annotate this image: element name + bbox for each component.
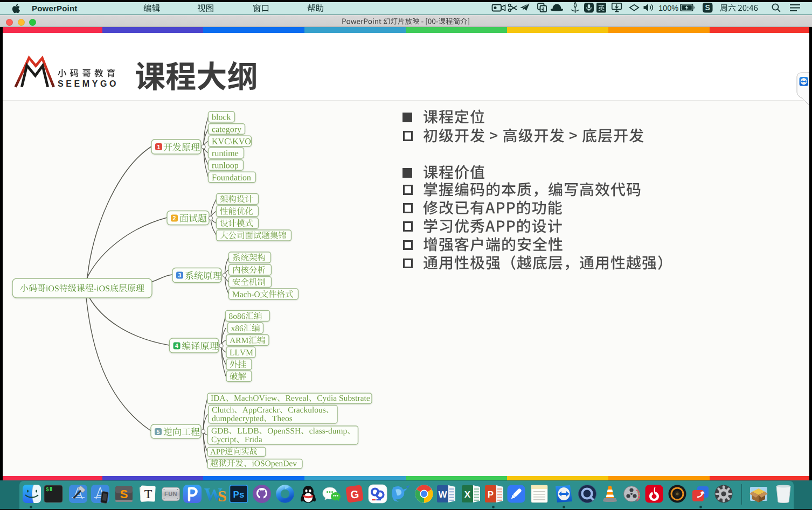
svg-text:5: 5 <box>157 429 160 435</box>
svg-text:1: 1 <box>157 144 161 150</box>
svg-text:W: W <box>438 490 447 500</box>
svg-text:P: P <box>488 490 494 500</box>
svg-text:3: 3 <box>178 272 182 278</box>
svg-text:X: X <box>464 490 471 500</box>
svg-text:Ps: Ps <box>233 490 245 500</box>
svg-text:4: 4 <box>175 343 178 349</box>
svg-text:G: G <box>350 488 359 501</box>
svg-text:T: T <box>144 487 152 501</box>
svg-text:S: S <box>120 487 128 501</box>
svg-text:FUN: FUN <box>164 491 177 497</box>
svg-text:2: 2 <box>173 215 176 221</box>
svg-text:S: S <box>218 487 227 505</box>
svg-text:$: $ <box>46 487 49 493</box>
svg-text:S: S <box>705 3 710 12</box>
